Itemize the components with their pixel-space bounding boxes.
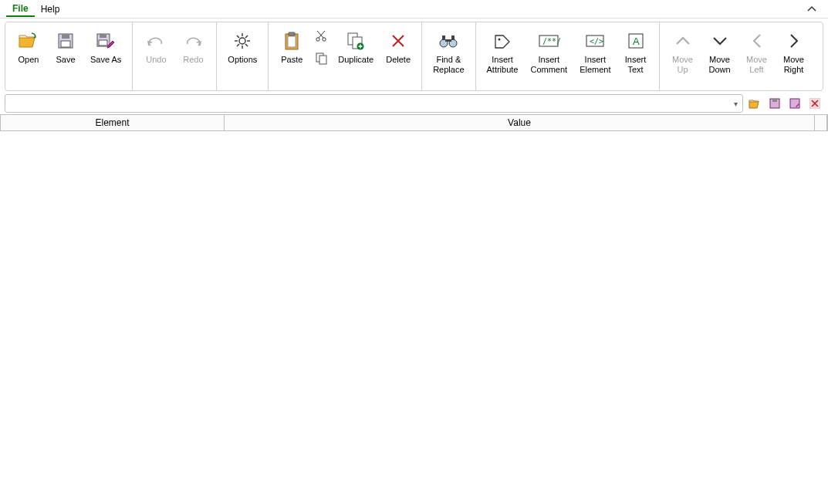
tag-icon	[490, 29, 515, 53]
edit-small-button[interactable]	[786, 95, 803, 112]
duplicate-icon	[343, 29, 368, 53]
svg-text:/**/: /**/	[542, 37, 560, 46]
delete-button[interactable]: Delete	[380, 25, 417, 87]
menubar: File Help	[0, 0, 828, 19]
saveas-button[interactable]: Save As	[84, 25, 127, 87]
find-replace-button[interactable]: Find & Replace	[427, 25, 470, 87]
angle-brackets-icon: </>	[583, 29, 607, 53]
redo-icon	[181, 29, 205, 53]
cut-button[interactable]	[310, 25, 332, 47]
scissors-icon	[314, 29, 328, 43]
svg-rect-23	[319, 56, 326, 64]
undo-icon	[144, 29, 168, 53]
redo-button[interactable]: Redo	[174, 25, 211, 87]
svg-rect-1	[62, 34, 69, 39]
clipboard-icon	[279, 29, 304, 53]
comment-code-icon: /**/	[536, 29, 561, 53]
move-left-button[interactable]: Move Left	[738, 25, 776, 87]
undo-button[interactable]: Undo	[137, 25, 174, 87]
svg-line-20	[319, 31, 325, 38]
svg-line-11	[237, 36, 239, 38]
svg-rect-17	[289, 32, 295, 36]
menu-help[interactable]: Help	[35, 2, 66, 16]
options-button[interactable]: Options	[221, 25, 263, 87]
svg-point-19	[323, 38, 326, 41]
column-header-element[interactable]: Element	[1, 115, 225, 130]
insert-comment-button[interactable]: /**/ Insert Comment	[524, 25, 573, 87]
chevron-left-icon	[745, 29, 769, 53]
copy-button[interactable]	[310, 47, 332, 69]
duplicate-button[interactable]: Duplicate	[332, 25, 380, 87]
svg-rect-30	[451, 36, 455, 40]
folder-open-icon	[16, 29, 41, 53]
close-small-button[interactable]	[806, 95, 823, 112]
svg-rect-41	[790, 99, 799, 108]
svg-text:A: A	[633, 36, 640, 47]
xml-tree-view[interactable]	[0, 140, 828, 504]
save-small-button[interactable]	[766, 95, 783, 112]
dropdown-chevron-icon[interactable]: ▾	[734, 100, 738, 108]
svg-line-13	[245, 36, 248, 38]
insert-element-button[interactable]: </> Insert Element	[573, 25, 617, 87]
svg-rect-16	[288, 36, 296, 47]
grid-header: Element Value	[0, 114, 828, 131]
chevron-down-icon	[708, 29, 732, 53]
text-a-icon: A	[624, 29, 648, 53]
move-right-button[interactable]: Move Right	[776, 25, 813, 87]
move-down-button[interactable]: Move Down	[701, 25, 738, 87]
svg-rect-31	[445, 39, 451, 42]
save-button[interactable]: Save	[47, 25, 84, 87]
binoculars-icon	[436, 29, 461, 53]
breadcrumb-bar[interactable]: ▾	[5, 94, 743, 113]
svg-rect-5	[99, 40, 107, 46]
open-button[interactable]: Open	[10, 25, 47, 87]
delete-x-icon	[386, 29, 411, 53]
svg-rect-29	[442, 36, 445, 40]
menu-file[interactable]: File	[6, 2, 35, 17]
svg-line-21	[317, 31, 323, 38]
gear-icon	[230, 29, 255, 53]
ribbon-collapse-icon[interactable]	[802, 4, 822, 15]
svg-rect-2	[61, 41, 70, 47]
column-header-value[interactable]: Value	[225, 115, 815, 130]
floppy-pencil-icon	[93, 29, 118, 53]
svg-rect-4	[100, 34, 106, 38]
paste-button[interactable]: Paste	[273, 25, 310, 87]
move-up-button[interactable]: Move Up	[664, 25, 701, 87]
svg-point-6	[239, 38, 245, 44]
insert-attribute-button[interactable]: Insert Attribute	[481, 25, 525, 87]
svg-line-12	[245, 44, 248, 46]
chevron-right-icon	[782, 29, 806, 53]
floppy-icon	[53, 29, 78, 53]
svg-line-14	[237, 44, 239, 46]
svg-rect-40	[772, 99, 777, 102]
ribbon: Open Save Save As Undo Redo Options Past…	[5, 22, 823, 91]
chevron-up-icon	[671, 29, 695, 53]
svg-point-18	[316, 38, 319, 41]
svg-text:</>: </>	[590, 37, 603, 46]
open-folder-small-button[interactable]	[746, 95, 763, 112]
svg-point-32	[498, 39, 500, 41]
insert-text-button[interactable]: A Insert Text	[617, 25, 654, 87]
copy-icon	[314, 51, 328, 65]
